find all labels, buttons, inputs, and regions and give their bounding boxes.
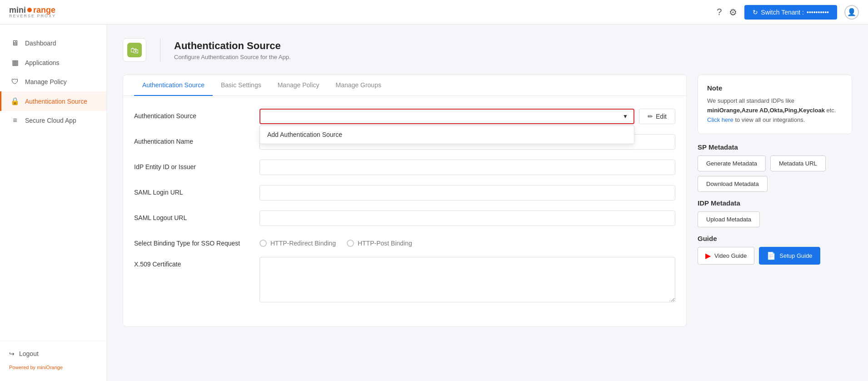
switch-tenant-button[interactable]: ↻ Switch Tenant : •••••••••• (744, 5, 837, 20)
user-avatar[interactable]: 👤 (844, 5, 859, 20)
page-divider (160, 38, 160, 62)
applications-icon: ▦ (10, 58, 20, 67)
guide-buttons: ▶ Video Guide 📄 Setup Guide (698, 247, 852, 265)
guide-title: Guide (698, 235, 852, 242)
radio-redirect-label: HTTP-Redirect Binding (270, 240, 336, 247)
idp-entity-row: IdP Entity ID or Issuer (134, 160, 675, 175)
sidebar-item-label: Applications (25, 59, 60, 66)
auth-source-trigger[interactable]: ▼ (259, 109, 634, 124)
sp-metadata-buttons: Generate Metadata Metadata URL (698, 155, 852, 171)
powered-by-brand: miniOrange (37, 365, 63, 370)
lock-icon: 🔒 (10, 97, 20, 105)
main-card: Authentication Source Basic Settings Man… (123, 75, 687, 327)
saml-login-input[interactable] (259, 185, 675, 201)
card-layout: Authentication Source Basic Settings Man… (123, 75, 852, 327)
gear-icon: ⚙ (729, 7, 737, 18)
sidebar-item-authentication-source[interactable]: 🔒 Authentication Source (0, 91, 106, 111)
radio-post-label: HTTP-Post Binding (358, 240, 412, 247)
sidebar-item-label: Secure Cloud App (25, 117, 76, 124)
tab-basic-settings[interactable]: Basic Settings (213, 75, 269, 96)
upload-metadata-button[interactable]: Upload Metadata (698, 211, 760, 227)
auth-source-dropdown-menu: Add Authentication Source (259, 125, 634, 144)
switch-tenant-value: •••••••••• (807, 9, 829, 16)
idp-entity-input[interactable] (259, 160, 675, 175)
radio-group: HTTP-Redirect Binding HTTP-Post Binding (259, 236, 675, 247)
guide-section: Guide ▶ Video Guide 📄 Setup Guide (698, 235, 852, 265)
auth-source-control: ▼ Add Authentication Source ✏ Edit (259, 109, 675, 124)
binding-type-label: Select Binding Type for SSO Request (134, 236, 252, 247)
radio-circle-redirect (259, 240, 267, 247)
download-metadata-button[interactable]: Download Metadata (698, 176, 768, 192)
sidebar-item-applications[interactable]: ▦ Applications (0, 53, 106, 72)
binding-type-row: Select Binding Type for SSO Request HTTP… (134, 236, 675, 247)
topbar: mini range REVERSE PROXY ? ⚙ ↻ Switch Te… (0, 0, 868, 25)
setup-guide-button[interactable]: 📄 Setup Guide (759, 247, 820, 265)
edit-button[interactable]: ✏ Edit (639, 109, 675, 124)
tab-manage-groups[interactable]: Manage Groups (328, 75, 389, 96)
sidebar-item-manage-policy[interactable]: 🛡 Manage Policy (0, 72, 106, 91)
tabs: Authentication Source Basic Settings Man… (123, 75, 686, 96)
auth-source-dropdown[interactable]: ▼ Add Authentication Source (259, 109, 634, 124)
auth-source-row: Authentication Source ▼ Add Authenticati… (134, 109, 675, 124)
sp-metadata-title: SP Metadata (698, 143, 852, 151)
content-area: 🛍 Authentication Source Configure Authen… (107, 25, 868, 381)
sp-metadata-section: SP Metadata Generate Metadata Metadata U… (698, 143, 852, 192)
x509-row: X.509 Certificate (134, 257, 675, 304)
cloud-icon: ≡ (10, 116, 20, 125)
saml-login-row: SAML Login URL (134, 185, 675, 201)
idp-metadata-title: IDP Metadata (698, 199, 852, 207)
note-title: Note (707, 84, 843, 92)
metadata-url-button[interactable]: Metadata URL (770, 155, 826, 171)
sidebar-item-label: Manage Policy (25, 78, 67, 85)
idp-metadata-section: IDP Metadata Upload Metadata (698, 199, 852, 227)
x509-textarea[interactable] (259, 257, 675, 302)
logo: mini range REVERSE PROXY (9, 6, 56, 18)
binding-type-control: HTTP-Redirect Binding HTTP-Post Binding (259, 236, 675, 247)
sidebar-item-dashboard[interactable]: 🖥 Dashboard (0, 34, 106, 53)
switch-icon: ↻ (753, 9, 758, 16)
edit-icon: ✏ (648, 113, 653, 120)
saml-logout-label: SAML Logout URL (134, 211, 252, 221)
setup-guide-label: Setup Guide (779, 252, 812, 259)
doc-icon: 📄 (767, 251, 776, 260)
logout-icon: ↪ (9, 350, 15, 357)
note-card: Note We support all standard IDPs like m… (698, 75, 852, 134)
top-actions: ? ⚙ ↻ Switch Tenant : •••••••••• 👤 (717, 5, 859, 20)
powered-by: Powered by miniOrange (9, 365, 97, 370)
tab-authentication-source[interactable]: Authentication Source (134, 75, 213, 96)
video-guide-button[interactable]: ▶ Video Guide (698, 247, 754, 265)
shopify-icon: 🛍 (123, 38, 146, 62)
auth-name-label: Authentication Name (134, 134, 252, 145)
logout-label: Logout (19, 350, 39, 357)
auth-source-label: Authentication Source (134, 109, 252, 120)
logout-button[interactable]: ↪ Logout (9, 346, 97, 361)
logo-area: mini range REVERSE PROXY (9, 6, 56, 18)
add-auth-source-option[interactable]: Add Authentication Source (260, 125, 634, 144)
sidebar-item-label: Authentication Source (25, 98, 87, 105)
tab-manage-policy[interactable]: Manage Policy (269, 75, 328, 96)
dashboard-icon: 🖥 (10, 39, 20, 47)
x509-control (259, 257, 675, 304)
video-guide-label: Video Guide (714, 252, 747, 259)
radio-circle-post (347, 240, 354, 247)
help-button[interactable]: ? (717, 7, 722, 17)
saml-logout-input[interactable] (259, 211, 675, 226)
sidebar: 🖥 Dashboard ▦ Applications 🛡 Manage Poli… (0, 25, 107, 381)
sidebar-item-secure-cloud-app[interactable]: ≡ Secure Cloud App (0, 111, 106, 130)
click-here-link[interactable]: Click here (707, 116, 733, 123)
saml-login-label: SAML Login URL (134, 185, 252, 196)
side-panel: Note We support all standard IDPs like m… (698, 75, 852, 327)
user-icon: 👤 (847, 8, 856, 16)
idp-entity-label: IdP Entity ID or Issuer (134, 160, 252, 170)
radio-http-post[interactable]: HTTP-Post Binding (347, 240, 412, 247)
radio-http-redirect[interactable]: HTTP-Redirect Binding (259, 240, 336, 247)
saml-logout-control (259, 211, 675, 226)
note-text: We support all standard IDPs like miniOr… (707, 96, 843, 125)
page-title: Authentication Source (174, 40, 291, 52)
settings-button[interactable]: ⚙ (729, 7, 737, 18)
chevron-down-icon: ▼ (623, 113, 628, 120)
generate-metadata-button[interactable]: Generate Metadata (698, 155, 766, 171)
page-title-block: Authentication Source Configure Authenti… (174, 40, 291, 60)
sidebar-item-label: Dashboard (25, 40, 56, 47)
saml-login-control (259, 185, 675, 201)
